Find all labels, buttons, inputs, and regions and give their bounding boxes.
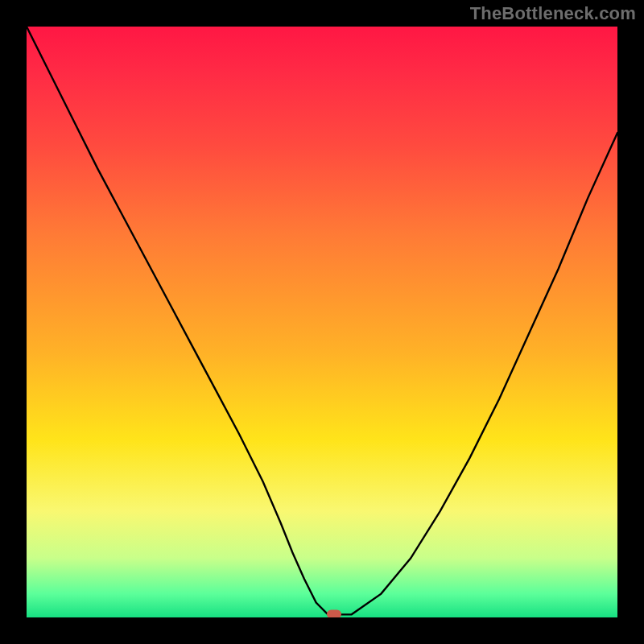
optimum-marker [327,610,341,617]
bottleneck-curve [27,27,617,617]
curve-path [27,27,617,614]
watermark-text: TheBottleneck.com [470,3,636,24]
chart-frame: TheBottleneck.com [0,0,644,644]
plot-area [27,27,617,617]
